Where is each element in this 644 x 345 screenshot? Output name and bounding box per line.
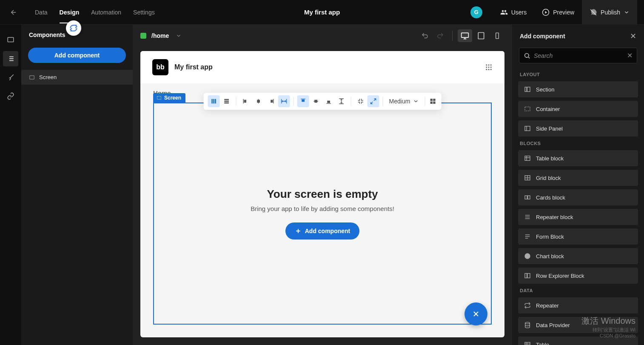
svg-point-73 bbox=[525, 322, 530, 324]
preview-label: Preview bbox=[553, 9, 574, 16]
mobile-icon bbox=[494, 31, 501, 40]
user-avatar[interactable]: G bbox=[470, 6, 482, 18]
size-shrink[interactable] bbox=[355, 95, 367, 107]
align-right-icon bbox=[268, 98, 275, 105]
tab-settings[interactable]: Settings bbox=[127, 1, 161, 23]
svg-rect-27 bbox=[224, 99, 229, 100]
section-icon bbox=[524, 86, 531, 93]
component-data-provider[interactable]: Data Provider bbox=[518, 317, 638, 333]
component-table-block[interactable]: Table block bbox=[518, 150, 638, 166]
redo-button[interactable] bbox=[433, 29, 447, 43]
align-bottom-icon bbox=[325, 98, 332, 105]
svg-rect-9 bbox=[30, 75, 34, 79]
rail-components[interactable] bbox=[3, 51, 18, 66]
chevron-down-icon bbox=[624, 9, 630, 15]
canvas-viewport: bb My first app Home bbox=[133, 47, 512, 345]
sync-badge[interactable] bbox=[66, 20, 81, 36]
tab-automation[interactable]: Automation bbox=[85, 1, 127, 23]
svg-point-17 bbox=[490, 64, 492, 66]
svg-point-15 bbox=[486, 64, 487, 66]
tablet-icon bbox=[477, 31, 485, 40]
justify-start[interactable] bbox=[240, 95, 252, 107]
add-component-button-left[interactable]: Add component bbox=[28, 48, 126, 63]
chart-icon bbox=[524, 253, 531, 259]
screen-outline-icon bbox=[29, 74, 35, 80]
component-side-panel[interactable]: Side Panel bbox=[518, 120, 638, 137]
svg-point-21 bbox=[486, 69, 487, 70]
stretch-h-icon bbox=[281, 98, 288, 105]
screen-icon bbox=[7, 36, 14, 44]
component-repeater-block[interactable]: Repeater block bbox=[518, 209, 638, 225]
justify-center[interactable] bbox=[253, 95, 265, 107]
play-icon bbox=[542, 9, 550, 16]
search-input[interactable] bbox=[534, 52, 624, 59]
chevron-down-icon[interactable] bbox=[176, 33, 182, 39]
align-center-v-icon bbox=[313, 98, 319, 105]
repeater-icon bbox=[524, 214, 531, 220]
component-section[interactable]: Section bbox=[518, 81, 638, 97]
align-stretch-v[interactable] bbox=[336, 95, 348, 107]
component-table[interactable]: Table bbox=[518, 336, 638, 345]
component-repeater[interactable]: Repeater bbox=[518, 297, 638, 314]
align-middle[interactable] bbox=[310, 95, 322, 107]
direction-row[interactable] bbox=[208, 95, 220, 107]
undo-button[interactable] bbox=[418, 29, 432, 43]
route-name[interactable]: /home bbox=[151, 32, 169, 39]
justify-end[interactable] bbox=[265, 95, 277, 107]
component-row-explorer-block[interactable]: Row Explorer Block bbox=[518, 268, 638, 284]
sync-icon bbox=[69, 24, 78, 32]
rail-screens[interactable] bbox=[3, 32, 18, 48]
svg-rect-26 bbox=[215, 99, 216, 104]
screen-container[interactable]: Screen Your screen is empty Bring your a… bbox=[153, 103, 492, 325]
device-mobile[interactable] bbox=[490, 29, 504, 42]
users-button[interactable]: Users bbox=[493, 0, 535, 25]
component-cards-block[interactable]: Cards block bbox=[518, 189, 638, 205]
more-layout[interactable] bbox=[427, 95, 439, 107]
justify-stretch[interactable] bbox=[278, 95, 290, 107]
svg-rect-74 bbox=[525, 342, 530, 345]
preview-menu-button[interactable] bbox=[485, 63, 493, 71]
gap-select[interactable]: Medium bbox=[385, 98, 423, 105]
component-chart-block[interactable]: Chart block bbox=[518, 248, 638, 264]
app-title: My first app bbox=[304, 9, 340, 16]
search-clear[interactable]: ✕ bbox=[627, 51, 633, 60]
align-bottom[interactable] bbox=[323, 95, 335, 107]
publish-button[interactable]: Publish bbox=[582, 0, 637, 25]
add-component-button-canvas[interactable]: Add component bbox=[285, 222, 360, 240]
rail-theme[interactable] bbox=[3, 70, 18, 85]
grid-icon bbox=[524, 174, 531, 181]
svg-rect-63 bbox=[525, 196, 527, 199]
preview-button[interactable]: Preview bbox=[534, 0, 582, 25]
tab-data[interactable]: Data bbox=[29, 1, 54, 23]
component-label: Table bbox=[536, 342, 549, 345]
align-top[interactable] bbox=[297, 95, 309, 107]
align-center-h-icon bbox=[255, 98, 262, 105]
screen-tag[interactable]: Screen bbox=[153, 93, 185, 103]
layout-toolbar: Medium bbox=[204, 93, 442, 110]
back-button[interactable] bbox=[7, 6, 20, 19]
size-grow[interactable] bbox=[368, 95, 379, 107]
device-tablet[interactable] bbox=[474, 29, 488, 42]
component-label: Grid block bbox=[536, 175, 561, 181]
component-container[interactable]: Container bbox=[518, 101, 638, 117]
rail-links[interactable] bbox=[3, 88, 18, 104]
component-search[interactable]: ✕ bbox=[519, 48, 637, 63]
shrink-icon bbox=[357, 98, 364, 105]
canvas-area: /home bb My first app Home bbox=[133, 25, 512, 345]
tab-design[interactable]: Design bbox=[54, 1, 85, 23]
svg-rect-53 bbox=[527, 87, 530, 92]
component-form-block[interactable]: Form Block bbox=[518, 228, 638, 245]
fab-close[interactable] bbox=[464, 302, 487, 325]
svg-point-18 bbox=[486, 67, 487, 68]
repeat-icon bbox=[524, 302, 531, 309]
preview-app-name: My first app bbox=[174, 63, 213, 71]
screen-dashed-icon bbox=[157, 95, 162, 100]
grid-icon bbox=[485, 63, 493, 71]
component-grid-block[interactable]: Grid block bbox=[518, 170, 638, 186]
close-panel-button[interactable]: ✕ bbox=[630, 31, 636, 41]
svg-rect-41 bbox=[315, 100, 317, 102]
direction-column[interactable] bbox=[221, 95, 233, 107]
device-desktop[interactable] bbox=[458, 29, 472, 42]
tree-screen[interactable]: Screen bbox=[21, 70, 133, 85]
svg-rect-47 bbox=[433, 99, 435, 101]
